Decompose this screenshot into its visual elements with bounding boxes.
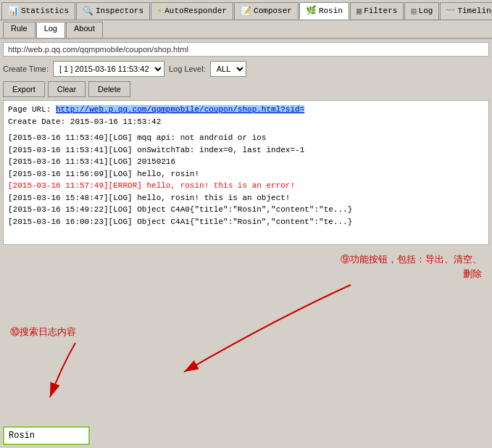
log-level-label: Log Level: [169,65,206,73]
tab-rosin[interactable]: 🌿 Rosin [299,2,349,20]
log-level-select[interactable]: ALL [210,61,246,77]
tab-autoresponder[interactable]: ⚡ AutoResponder [151,2,233,20]
page-url-label: Page URL: [8,105,56,114]
tab-statistics[interactable]: 📊 Statistics [1,2,75,20]
log-area: Page URL: http://web.p.qq.com/qqmpmobile… [3,100,489,245]
filter-icon: ▦ [357,6,362,17]
export-button[interactable]: Export [3,81,45,97]
log-entry-5: [2015-03-16 15:48:47][LOG] hello, rosin!… [8,192,484,204]
create-date-label: Create Date: [8,117,70,126]
log-entry-4: [2015-03-16 11:57:49][ERROR] hello, rosi… [8,180,484,192]
tab-log-sub[interactable]: Log [36,22,65,38]
second-nav: Rule Log About [0,20,492,39]
tab-rule[interactable]: Rule [3,22,36,38]
tab-about-label: About [74,24,95,33]
tab-autoresponder-label: AutoResponder [164,7,227,15]
tab-composer-label: Composer [254,7,292,15]
log-url-row: Page URL: http://web.p.qq.com/qqmpmobile… [8,104,484,116]
log-entry-2: [2015-03-16 11:53:41][LOG] 20150216 [8,156,484,168]
controls-row: Create Time: [ 1 ] 2015-03-16 11:53:42 L… [0,58,492,80]
bolt-icon: ⚡ [157,6,162,17]
tab-composer[interactable]: 📝 Composer [234,2,299,20]
delete-button[interactable]: Delete [88,81,130,97]
timeline-icon: 〰 [446,6,455,17]
tab-statistics-label: Statistics [21,7,69,15]
annotation-area: ⑨功能按钮，包括：导出、清空、 删除 ⑩搜索日志内容 [3,245,489,405]
page-url-link[interactable]: http://web.p.qq.com/qqmpmobile/coupon/sh… [56,105,304,114]
log-entry-7: [2015-03-16 16:00:23][LOG] Object C4A1{"… [8,216,484,228]
tab-inspectors-label: Inspectors [96,7,143,15]
annotation-10: ⑩搜索日志内容 [10,325,76,339]
log-entry-3: [2015-03-16 11:56:09][LOG] hello, rosin! [8,168,484,181]
create-date-row: Create Date: 2015-03-16 11:53:42 [8,116,484,128]
log-entry-0: [2015-03-16 11:53:40][LOG] mqq api: not … [8,132,484,144]
chart-icon: 📊 [8,6,19,17]
inspect-icon: 🔍 [83,6,93,17]
tab-log-label: Log [419,7,433,15]
tab-timeline-label: Timeline [457,7,492,15]
top-nav: 📊 Statistics 🔍 Inspectors ⚡ AutoResponde… [0,0,492,20]
tab-rosin-label: Rosin [319,7,343,15]
tab-rule-label: Rule [11,24,28,33]
tab-filters-label: Filters [364,7,397,15]
url-text: http://web.p.qq.com/qqmpmobile/coupon/sh… [8,45,188,54]
tab-log[interactable]: ▤ Log [404,2,439,20]
url-bar: http://web.p.qq.com/qqmpmobile/coupon/sh… [3,42,489,57]
clear-button[interactable]: Clear [48,81,86,97]
page-url-text: http://web.p.qq.com/qqmpmobile/coupon/sh… [56,105,304,114]
annotation-9: ⑨功能按钮，包括：导出、清空、 删除 [341,252,482,281]
compose-icon: 📝 [241,6,251,17]
btn-row: Export Clear Delete [0,80,492,100]
log-entry-6: [2015-03-16 15:49:22][LOG] Object C4A0{"… [8,204,484,216]
create-date-value: 2015-03-16 11:53:42 [70,117,161,126]
log-entry-1: [2015-03-16 11:53:41][LOG] onSwitchTab: … [8,144,484,157]
tab-about[interactable]: About [66,22,103,38]
search-row [0,423,492,448]
create-time-label: Create Time: [3,65,49,73]
log-icon: ▤ [411,6,416,17]
main-container: 📊 Statistics 🔍 Inspectors ⚡ AutoResponde… [0,0,492,448]
tab-inspectors[interactable]: 🔍 Inspectors [76,2,150,20]
search-input[interactable] [3,426,90,445]
tab-timeline[interactable]: 〰 Timeline [440,2,492,20]
rosin-icon: 🌿 [306,5,317,16]
tab-log-sub-label: Log [44,24,57,33]
tab-filters[interactable]: ▦ Filters [350,2,404,20]
time-select[interactable]: [ 1 ] 2015-03-16 11:53:42 [53,61,164,77]
